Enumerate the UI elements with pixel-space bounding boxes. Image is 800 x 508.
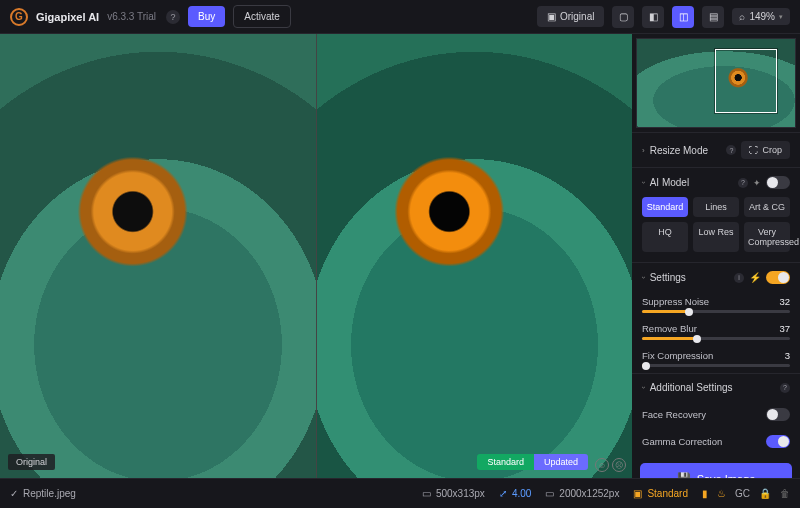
- original-view-label: Original: [560, 11, 594, 22]
- viewer-left-original: Original: [0, 34, 316, 478]
- save-image-button[interactable]: 💾 Save Image: [640, 463, 792, 478]
- chevron-down-icon: ›: [639, 386, 648, 389]
- zoom-icon: ⌕: [739, 11, 745, 22]
- gamma-correction-toggle[interactable]: [766, 435, 790, 448]
- remove-blur-label: Remove Blur: [642, 323, 697, 334]
- gc-indicator: GC: [735, 488, 750, 499]
- view-split-button[interactable]: ◧: [642, 6, 664, 28]
- feedback-happy-icon[interactable]: ☺: [595, 458, 609, 472]
- chevron-down-icon: ›: [639, 276, 648, 279]
- remove-blur-slider[interactable]: Remove Blur 37: [632, 319, 800, 346]
- original-tag: Original: [8, 454, 55, 470]
- dimensions-icon: ▭: [545, 488, 554, 499]
- suppress-noise-slider[interactable]: Suppress Noise 32: [632, 292, 800, 319]
- model-lines-button[interactable]: Lines: [693, 197, 739, 217]
- expand-icon: ⤢: [499, 488, 507, 499]
- folder-icon[interactable]: ▮: [702, 488, 708, 499]
- bolt-icon: ⚡: [749, 272, 761, 283]
- info-icon[interactable]: ?: [738, 178, 748, 188]
- info-icon[interactable]: ?: [726, 145, 736, 155]
- crop-button[interactable]: ⛶ Crop: [741, 141, 790, 159]
- gamma-correction-label: Gamma Correction: [642, 436, 722, 447]
- chevron-down-icon: ›: [639, 181, 648, 184]
- model-verycompressed-button[interactable]: Very Compressed: [744, 222, 790, 252]
- trash-icon[interactable]: 🗑: [780, 488, 790, 499]
- activate-button[interactable]: Activate: [233, 5, 291, 28]
- output-dims-label: 2000x1252px: [559, 488, 619, 499]
- buy-button[interactable]: Buy: [188, 6, 225, 27]
- model-hq-button[interactable]: HQ: [642, 222, 688, 252]
- chevron-right-icon: ›: [642, 146, 645, 155]
- zoom-value: 149%: [749, 11, 775, 22]
- navigator-viewport-box[interactable]: [715, 49, 777, 113]
- ai-model-auto-toggle[interactable]: [766, 176, 790, 189]
- face-recovery-row: Face Recovery: [632, 401, 800, 428]
- sparkle-icon: ✦: [753, 178, 761, 188]
- viewer-right-processed: Standard Updated ☺ ☹: [316, 34, 633, 478]
- input-dims-label: 500x313px: [436, 488, 485, 499]
- scale-display[interactable]: ⤢ 4.00: [499, 488, 531, 499]
- dimensions-icon: ▭: [422, 488, 431, 499]
- lock-icon[interactable]: 🔒: [759, 488, 771, 499]
- remove-blur-value: 37: [772, 323, 790, 334]
- settings-label: Settings: [650, 272, 729, 283]
- resize-mode-label: Resize Mode: [650, 145, 722, 156]
- navigator-thumbnail[interactable]: [636, 38, 796, 128]
- view-single-button[interactable]: ▢: [612, 6, 634, 28]
- scale-label: 4.00: [512, 488, 531, 499]
- additional-settings-label: Additional Settings: [650, 382, 775, 393]
- model-lowres-button[interactable]: Low Res: [693, 222, 739, 252]
- fix-compression-value: 3: [772, 350, 790, 361]
- feedback-sad-icon[interactable]: ☹: [612, 458, 626, 472]
- view-sidebyside-button[interactable]: ◫: [672, 6, 694, 28]
- right-sidebar: › Resize Mode ? ⛶ Crop › AI Model ? ✦: [632, 34, 800, 478]
- settings-auto-toggle[interactable]: [766, 271, 790, 284]
- model-indicator-label: Standard: [647, 488, 688, 499]
- ai-model-header[interactable]: › AI Model ? ✦: [632, 168, 800, 197]
- info-icon[interactable]: i: [734, 273, 744, 283]
- model-indicator: ▣ Standard: [633, 488, 688, 499]
- app-logo-icon: G: [10, 8, 28, 26]
- model-icon: ▣: [633, 488, 642, 499]
- original-image: [0, 34, 316, 478]
- resize-mode-header[interactable]: › Resize Mode ? ⛶ Crop: [632, 133, 800, 167]
- gamma-correction-row: Gamma Correction: [632, 428, 800, 455]
- original-view-button[interactable]: ▣ Original: [537, 6, 604, 27]
- suppress-noise-label: Suppress Noise: [642, 296, 709, 307]
- bottom-bar: ✓ Reptile.jpeg ▭ 500x313px ⤢ 4.00 ▭ 2000…: [0, 478, 800, 508]
- app-title: Gigapixel AI: [36, 11, 99, 23]
- app-version: v6.3.3 Trial: [107, 11, 156, 22]
- compare-standard-label: Standard: [477, 454, 534, 470]
- filename-display: ✓ Reptile.jpeg: [10, 488, 76, 499]
- info-icon[interactable]: ?: [780, 383, 790, 393]
- top-bar: G Gigapixel AI v6.3.3 Trial ? Buy Activa…: [0, 0, 800, 34]
- crop-label: Crop: [762, 145, 782, 155]
- fix-compression-label: Fix Compression: [642, 350, 713, 361]
- settings-header[interactable]: › Settings i ⚡: [632, 263, 800, 292]
- help-icon[interactable]: ?: [166, 10, 180, 24]
- flame-icon[interactable]: ♨: [717, 488, 726, 499]
- chevron-down-icon: ▾: [779, 13, 783, 21]
- filename-label: Reptile.jpeg: [23, 488, 76, 499]
- compare-pill: Standard Updated: [477, 454, 588, 470]
- ai-model-label: AI Model: [650, 177, 733, 188]
- face-recovery-toggle[interactable]: [766, 408, 790, 421]
- check-icon: ✓: [10, 488, 18, 499]
- image-viewer[interactable]: Original Standard Updated ☺ ☹: [0, 34, 632, 478]
- zoom-control[interactable]: ⌕ 149% ▾: [732, 8, 790, 25]
- model-artcg-button[interactable]: Art & CG: [744, 197, 790, 217]
- processed-image: [317, 34, 633, 478]
- fix-compression-slider[interactable]: Fix Compression 3: [632, 346, 800, 373]
- image-icon: ▣: [547, 11, 556, 22]
- ai-model-grid: Standard Lines Art & CG HQ Low Res Very …: [632, 197, 800, 262]
- face-recovery-label: Face Recovery: [642, 409, 706, 420]
- additional-settings-header[interactable]: › Additional Settings ?: [632, 374, 800, 401]
- suppress-noise-value: 32: [772, 296, 790, 307]
- view-grid-button[interactable]: ▤: [702, 6, 724, 28]
- compare-updated-label: Updated: [534, 454, 588, 470]
- crop-icon: ⛶: [749, 145, 758, 155]
- model-standard-button[interactable]: Standard: [642, 197, 688, 217]
- output-dims-display: ▭ 2000x1252px: [545, 488, 619, 499]
- input-dims-display: ▭ 500x313px: [422, 488, 485, 499]
